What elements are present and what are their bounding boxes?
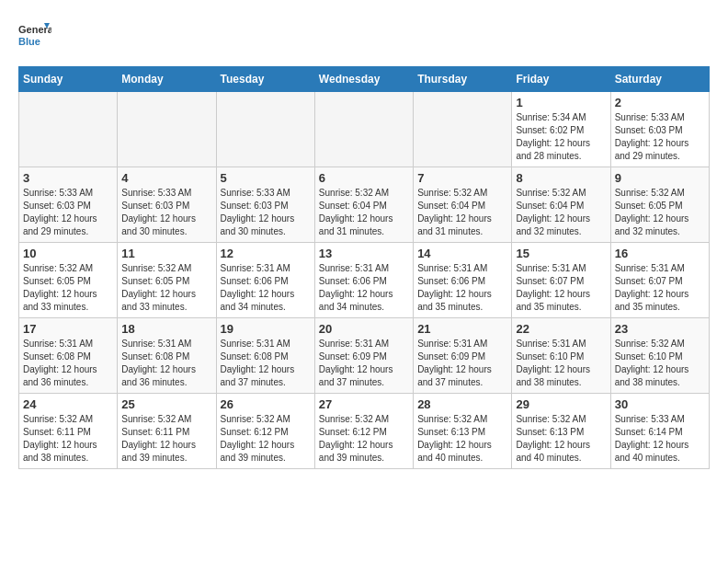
calendar-cell <box>118 92 216 167</box>
calendar-week-4: 24Sunrise: 5:32 AM Sunset: 6:11 PM Dayli… <box>19 394 710 469</box>
day-number: 7 <box>417 171 507 185</box>
day-info: Sunrise: 5:32 AM Sunset: 6:04 PM Dayligh… <box>319 187 409 238</box>
day-info: Sunrise: 5:32 AM Sunset: 6:11 PM Dayligh… <box>23 413 113 465</box>
day-info: Sunrise: 5:32 AM Sunset: 6:12 PM Dayligh… <box>319 413 409 465</box>
day-number: 16 <box>615 247 705 260</box>
calendar-cell: 13Sunrise: 5:31 AM Sunset: 6:06 PM Dayli… <box>314 243 413 318</box>
calendar-cell: 18Sunrise: 5:31 AM Sunset: 6:08 PM Dayli… <box>118 318 216 394</box>
logo-svg: General Blue <box>18 18 51 52</box>
calendar-cell: 25Sunrise: 5:32 AM Sunset: 6:11 PM Dayli… <box>118 394 216 469</box>
calendar-cell: 19Sunrise: 5:31 AM Sunset: 6:08 PM Dayli… <box>216 318 314 394</box>
day-number: 4 <box>121 171 211 185</box>
day-info: Sunrise: 5:31 AM Sunset: 6:08 PM Dayligh… <box>23 338 113 389</box>
day-number: 22 <box>516 322 606 336</box>
day-info: Sunrise: 5:32 AM Sunset: 6:05 PM Dayligh… <box>23 262 113 314</box>
day-number: 6 <box>319 171 409 185</box>
day-number: 19 <box>221 322 311 336</box>
logo: General Blue <box>18 18 51 52</box>
calendar-cell: 29Sunrise: 5:32 AM Sunset: 6:13 PM Dayli… <box>512 394 610 469</box>
calendar-week-0: 1Sunrise: 5:34 AM Sunset: 6:02 PM Daylig… <box>19 92 710 167</box>
calendar-cell: 24Sunrise: 5:32 AM Sunset: 6:11 PM Dayli… <box>19 394 118 469</box>
day-info: Sunrise: 5:32 AM Sunset: 6:10 PM Dayligh… <box>615 338 705 389</box>
day-number: 11 <box>121 247 211 260</box>
day-info: Sunrise: 5:32 AM Sunset: 6:05 PM Dayligh… <box>615 187 705 238</box>
day-info: Sunrise: 5:31 AM Sunset: 6:08 PM Dayligh… <box>121 338 211 389</box>
calendar-cell: 7Sunrise: 5:32 AM Sunset: 6:04 PM Daylig… <box>414 167 512 243</box>
day-info: Sunrise: 5:31 AM Sunset: 6:10 PM Dayligh… <box>516 338 606 389</box>
weekday-header-thursday: Thursday <box>414 67 512 92</box>
calendar-cell: 11Sunrise: 5:32 AM Sunset: 6:05 PM Dayli… <box>118 243 216 318</box>
page-header: General Blue <box>18 18 710 52</box>
day-info: Sunrise: 5:32 AM Sunset: 6:05 PM Dayligh… <box>121 262 211 314</box>
day-number: 9 <box>615 171 705 185</box>
calendar-cell: 27Sunrise: 5:32 AM Sunset: 6:12 PM Dayli… <box>314 394 413 469</box>
day-info: Sunrise: 5:31 AM Sunset: 6:08 PM Dayligh… <box>221 338 311 389</box>
calendar-header-row: SundayMondayTuesdayWednesdayThursdayFrid… <box>19 67 710 92</box>
day-info: Sunrise: 5:31 AM Sunset: 6:06 PM Dayligh… <box>221 262 311 314</box>
day-info: Sunrise: 5:31 AM Sunset: 6:06 PM Dayligh… <box>417 262 507 314</box>
weekday-header-tuesday: Tuesday <box>216 67 314 92</box>
day-number: 14 <box>417 247 507 260</box>
day-number: 3 <box>23 171 113 185</box>
day-number: 15 <box>516 247 606 260</box>
calendar-cell <box>414 92 512 167</box>
day-number: 1 <box>516 96 606 109</box>
weekday-header-wednesday: Wednesday <box>314 67 413 92</box>
day-info: Sunrise: 5:32 AM Sunset: 6:11 PM Dayligh… <box>121 413 211 465</box>
calendar-cell: 30Sunrise: 5:33 AM Sunset: 6:14 PM Dayli… <box>610 394 709 469</box>
calendar-cell: 3Sunrise: 5:33 AM Sunset: 6:03 PM Daylig… <box>19 167 118 243</box>
calendar-cell: 26Sunrise: 5:32 AM Sunset: 6:12 PM Dayli… <box>216 394 314 469</box>
calendar-body: 1Sunrise: 5:34 AM Sunset: 6:02 PM Daylig… <box>19 92 710 469</box>
calendar-cell: 6Sunrise: 5:32 AM Sunset: 6:04 PM Daylig… <box>314 167 413 243</box>
calendar-week-1: 3Sunrise: 5:33 AM Sunset: 6:03 PM Daylig… <box>19 167 710 243</box>
day-number: 10 <box>23 247 113 260</box>
day-info: Sunrise: 5:31 AM Sunset: 6:09 PM Dayligh… <box>319 338 409 389</box>
weekday-header-friday: Friday <box>512 67 610 92</box>
day-info: Sunrise: 5:31 AM Sunset: 6:07 PM Dayligh… <box>516 262 606 314</box>
calendar-cell: 16Sunrise: 5:31 AM Sunset: 6:07 PM Dayli… <box>610 243 709 318</box>
calendar-cell: 20Sunrise: 5:31 AM Sunset: 6:09 PM Dayli… <box>314 318 413 394</box>
day-info: Sunrise: 5:33 AM Sunset: 6:03 PM Dayligh… <box>121 187 211 238</box>
calendar-cell: 8Sunrise: 5:32 AM Sunset: 6:04 PM Daylig… <box>512 167 610 243</box>
day-number: 21 <box>417 322 507 336</box>
calendar-cell: 22Sunrise: 5:31 AM Sunset: 6:10 PM Dayli… <box>512 318 610 394</box>
logo-container: General Blue <box>18 18 51 52</box>
calendar-week-2: 10Sunrise: 5:32 AM Sunset: 6:05 PM Dayli… <box>19 243 710 318</box>
day-number: 12 <box>221 247 311 260</box>
calendar-cell: 17Sunrise: 5:31 AM Sunset: 6:08 PM Dayli… <box>19 318 118 394</box>
calendar-cell: 23Sunrise: 5:32 AM Sunset: 6:10 PM Dayli… <box>610 318 709 394</box>
day-number: 30 <box>615 397 705 411</box>
calendar-cell <box>314 92 413 167</box>
day-number: 28 <box>417 397 507 411</box>
day-number: 23 <box>615 322 705 336</box>
day-number: 27 <box>319 397 409 411</box>
day-info: Sunrise: 5:31 AM Sunset: 6:07 PM Dayligh… <box>615 262 705 314</box>
day-number: 5 <box>221 171 311 185</box>
day-number: 18 <box>121 322 211 336</box>
day-info: Sunrise: 5:33 AM Sunset: 6:03 PM Dayligh… <box>23 187 113 238</box>
day-number: 20 <box>319 322 409 336</box>
day-info: Sunrise: 5:32 AM Sunset: 6:13 PM Dayligh… <box>417 413 507 465</box>
day-info: Sunrise: 5:33 AM Sunset: 6:03 PM Dayligh… <box>221 187 311 238</box>
day-number: 17 <box>23 322 113 336</box>
calendar-table: SundayMondayTuesdayWednesdayThursdayFrid… <box>18 66 710 469</box>
day-info: Sunrise: 5:34 AM Sunset: 6:02 PM Dayligh… <box>516 111 606 163</box>
calendar-cell <box>216 92 314 167</box>
calendar-cell: 5Sunrise: 5:33 AM Sunset: 6:03 PM Daylig… <box>216 167 314 243</box>
weekday-header-sunday: Sunday <box>19 67 118 92</box>
day-number: 25 <box>121 397 211 411</box>
day-number: 26 <box>221 397 311 411</box>
calendar-cell: 1Sunrise: 5:34 AM Sunset: 6:02 PM Daylig… <box>512 92 610 167</box>
day-number: 24 <box>23 397 113 411</box>
day-info: Sunrise: 5:31 AM Sunset: 6:09 PM Dayligh… <box>417 338 507 389</box>
calendar-cell: 14Sunrise: 5:31 AM Sunset: 6:06 PM Dayli… <box>414 243 512 318</box>
day-info: Sunrise: 5:33 AM Sunset: 6:14 PM Dayligh… <box>615 413 705 465</box>
day-info: Sunrise: 5:32 AM Sunset: 6:13 PM Dayligh… <box>516 413 606 465</box>
calendar-cell <box>19 92 118 167</box>
calendar-cell: 10Sunrise: 5:32 AM Sunset: 6:05 PM Dayli… <box>19 243 118 318</box>
calendar-cell: 4Sunrise: 5:33 AM Sunset: 6:03 PM Daylig… <box>118 167 216 243</box>
calendar-cell: 21Sunrise: 5:31 AM Sunset: 6:09 PM Dayli… <box>414 318 512 394</box>
day-info: Sunrise: 5:31 AM Sunset: 6:06 PM Dayligh… <box>319 262 409 314</box>
calendar-week-3: 17Sunrise: 5:31 AM Sunset: 6:08 PM Dayli… <box>19 318 710 394</box>
day-number: 8 <box>516 171 606 185</box>
